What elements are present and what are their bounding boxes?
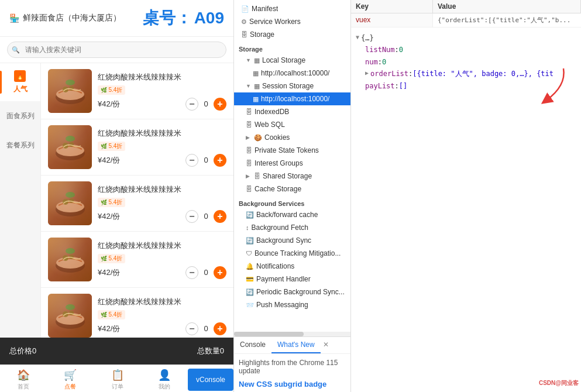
tree-manifest[interactable]: 📄 Manifest (234, 2, 350, 15)
menu-item-image (48, 238, 92, 281)
category-combo[interactable]: 套餐系列 (0, 130, 40, 160)
tree-interest-groups[interactable]: 🗄 Interest Groups (234, 157, 350, 170)
tree-payment-handler-label: Payment Handler (256, 275, 311, 283)
tree-local-storage-url[interactable]: ▦ http://localhost:10000/ (234, 67, 350, 80)
mine-icon: 👤 (158, 369, 171, 381)
tab-mine[interactable]: 👤 我的 (141, 369, 188, 391)
svg-point-14 (66, 192, 75, 198)
tab-home[interactable]: 🏠 首页 (0, 369, 47, 391)
menu-item-info: 红烧肉酸辣米线辣辣辣米 5.4折 ¥42/份 − 0 + (98, 128, 226, 167)
tree-service-workers-label: Service Workers (249, 18, 301, 26)
web-sql-icon: 🗄 (246, 121, 252, 128)
expand-icon: ▶ (246, 135, 252, 140)
increase-button[interactable]: + (214, 322, 226, 335)
notifications-icon: 🔔 (246, 263, 254, 270)
qty-control: − 0 + (185, 154, 226, 167)
discount-badge: 5.4折 (98, 142, 125, 151)
tree-notifications[interactable]: 🔔 Notifications (234, 260, 350, 273)
increase-button[interactable]: + (214, 98, 226, 111)
svg-point-5 (56, 146, 85, 160)
manifest-icon: 📄 (241, 5, 249, 13)
tree-indexeddb[interactable]: 🗄 IndexedDB (234, 105, 350, 118)
svg-point-22 (63, 311, 68, 317)
tree-service-workers[interactable]: ⚙ Service Workers (234, 15, 350, 28)
tree-notifications-label: Notifications (256, 262, 294, 270)
orders-icon: 📋 (111, 369, 124, 381)
item-price: ¥42/份 (98, 211, 120, 222)
price-row: ¥42/份 − 0 + (98, 322, 226, 335)
decrease-button[interactable]: − (185, 98, 198, 111)
qty-display: 0 (202, 156, 210, 164)
menu-item-name: 红烧肉酸辣米线辣辣辣米 (98, 128, 226, 139)
tree-bounce-tracking[interactable]: 🛡 Bounce Tracking Mitigatio... (234, 247, 350, 260)
decrease-button[interactable]: − (185, 210, 198, 223)
decrease-button[interactable]: − (185, 266, 198, 279)
decrease-button[interactable]: − (185, 154, 198, 167)
item-price: ¥42/份 (98, 99, 120, 109)
expand-icon: ▼ (246, 57, 252, 63)
tree-payment-handler[interactable]: 💳 Payment Handler (234, 273, 350, 286)
tree-session-storage[interactable]: ▼ ▦ Session Storage (234, 80, 350, 92)
local-storage-icon: ▦ (254, 57, 260, 64)
svg-point-21 (56, 313, 84, 325)
tree-private-state-tokens[interactable]: 🗄 Private State Tokens (234, 144, 350, 157)
restaurant-header: 🏪 鲜辣面食店（中海大厦店） 桌号：A09 (0, 0, 233, 37)
scrollbar-thumb[interactable] (234, 332, 304, 336)
storage-section-label: Storage (234, 41, 350, 54)
tab-bar: 🏠 首页 🛒 点餐 📋 订单 👤 我的 vConsole (0, 365, 233, 392)
code-key-num: num (365, 56, 378, 68)
vconsole-button[interactable]: vConsole (188, 369, 233, 391)
qty-control: − 0 + (185, 266, 226, 279)
menu-item-info: 红烧肉酸辣米线辣辣辣米 5.4折 ¥42/份 − 0 + (98, 240, 226, 279)
svg-point-6 (56, 145, 84, 156)
whats-new-link-area: New CSS subgrid badge (234, 380, 350, 392)
code-colon: : (395, 80, 399, 92)
tab-mine-label: 我的 (159, 383, 170, 391)
tree-web-sql[interactable]: 🗄 Web SQL (234, 118, 350, 131)
code-line-root: ▼ {…} (356, 32, 576, 44)
bowl-visual (48, 238, 92, 281)
category-nav: 人气 面食系列 套餐系列 (0, 63, 41, 338)
increase-button[interactable]: + (214, 154, 226, 167)
tree-background-fetch[interactable]: ↕ Background Fetch (234, 221, 350, 234)
red-arrow-code (522, 63, 569, 109)
increase-button[interactable]: + (214, 210, 226, 223)
tree-periodic-sync[interactable]: 🔄 Periodic Background Sync... (234, 286, 350, 298)
tab-orders[interactable]: 📋 订单 (94, 369, 141, 391)
decrease-button[interactable]: − (185, 322, 198, 335)
tree-cache-storage[interactable]: 🗄 Cache Storage (234, 183, 350, 195)
tree-storage-top[interactable]: 🗄 Storage (234, 28, 350, 41)
category-popular[interactable]: 人气 (0, 63, 40, 101)
tree-local-storage[interactable]: ▼ ▦ Local Storage (234, 54, 350, 67)
tree-background-sync[interactable]: 🔄 Background Sync (234, 234, 350, 247)
tab-close-button[interactable]: ✕ (321, 337, 331, 353)
expand-orderlist[interactable]: ▶ (365, 68, 369, 78)
search-input[interactable] (7, 42, 226, 58)
tree-backforward-cache[interactable]: 🔄 Back/forward cache (234, 208, 350, 221)
vuex-data-row: vuex {"orderList":[{"title":"人气","b... (351, 13, 581, 27)
tree-cookies-label: Cookies (264, 133, 290, 142)
tab-console[interactable]: Console (234, 337, 271, 353)
menu-item-image (48, 294, 92, 338)
increase-button[interactable]: + (214, 266, 226, 279)
restaurant-app: 🏪 鲜辣面食店（中海大厦店） 桌号：A09 人气 面食系列 套餐系列 (0, 0, 234, 392)
restaurant-name-text: 鲜辣面食店（中海大厦店） (23, 13, 121, 23)
tree-push-messaging[interactable]: 📨 Push Messaging (234, 298, 350, 311)
menu-item-info: 红烧肉酸辣米线辣辣辣米 5.4折 ¥42/份 − 0 + (98, 184, 226, 223)
tree-session-storage-url[interactable]: ▦ http://localhost:10000/ (234, 92, 350, 105)
whats-new-link[interactable]: New CSS subgrid badge (239, 380, 326, 388)
tree-shared-storage[interactable]: ▶ 🗄 Shared Storage (234, 170, 350, 183)
category-noodles[interactable]: 面食系列 (0, 101, 40, 130)
code-brace-open: {…} (361, 32, 374, 44)
tree-local-storage-label: Local Storage (262, 56, 305, 64)
tab-order[interactable]: 🛒 点餐 (47, 369, 94, 391)
tab-orders-label: 订单 (112, 383, 123, 391)
code-block: ▼ {…} listNum : 0 num : 0 ▶ orderList : … (351, 27, 581, 392)
tab-whats-new[interactable]: What's New (271, 337, 321, 353)
category-popular-label: 人气 (13, 84, 27, 94)
expand-triangle[interactable]: ▼ (356, 32, 359, 42)
discount-badge: 5.4折 (98, 85, 125, 95)
qty-control: − 0 + (185, 322, 226, 335)
tree-cookies[interactable]: ▶ 🍪 Cookies (234, 131, 350, 144)
devtools-tree: 📄 Manifest ⚙ Service Workers 🗄 Storage S… (234, 0, 350, 331)
